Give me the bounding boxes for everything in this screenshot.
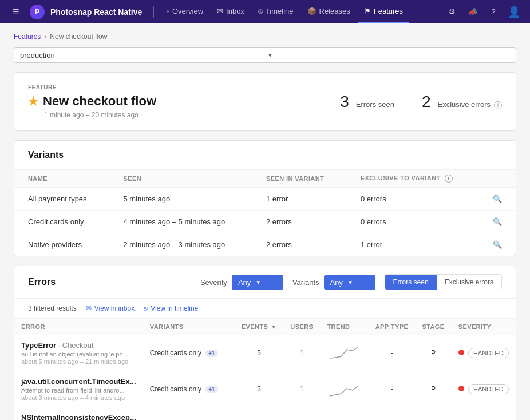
hamburger-button[interactable]: ☰ [7, 3, 25, 21]
error-name-line: NSInternalInconsistencyExcep... [21, 413, 136, 420]
error-stage: P [415, 371, 451, 407]
hamburger-icon: ☰ [13, 7, 19, 16]
error-users: 1 [283, 407, 320, 421]
variant-name: Native providers [14, 233, 109, 256]
severity-label: Severity [200, 278, 227, 287]
help-button[interactable]: ? [484, 3, 503, 21]
chevron-down-icon: ▼ [267, 52, 510, 58]
variant-search[interactable]: 🔍 [479, 188, 516, 211]
nav-item-timeline[interactable]: ⎋ Timeline [252, 0, 299, 23]
variant-row: Native providers 2 minutes ago – 3 minut… [14, 233, 516, 256]
col-severity: SEVERITY [452, 319, 516, 335]
error-variants: Native providers [143, 407, 235, 421]
variant-search[interactable]: 🔍 [479, 211, 516, 233]
timeline-link-icon: ⎋ [144, 304, 148, 312]
col-name: NAME [14, 170, 109, 188]
settings-button[interactable]: ⚙ [443, 3, 461, 21]
variants-filter-label: Variants [292, 278, 319, 287]
error-severity: HANDLED [452, 407, 516, 421]
feature-stats: 3 Errors seen 2 Exclusive errors i [340, 93, 502, 111]
error-events: 1 [235, 407, 283, 421]
nav-item-inbox[interactable]: ✉ Inbox [211, 0, 250, 23]
nav-item-releases[interactable]: 📦 Releases [302, 0, 356, 23]
errors-header: Errors Severity Any ▼ Variants Any ▼ Err… [14, 266, 516, 299]
severity-filter: Severity Any ▼ [200, 275, 283, 290]
severity-dropdown[interactable]: Any ▼ [232, 275, 283, 290]
variant-seen: 2 minutes ago – 3 minutes ago [109, 233, 252, 256]
errors-toggle-group: Errors seen Exclusive errors [385, 274, 502, 290]
timeline-icon: ⎋ [258, 7, 263, 15]
releases-icon: 📦 [307, 7, 317, 15]
star-icon: ★ [28, 94, 38, 108]
error-row: TypeError · Checkout null is not an obje… [14, 335, 516, 371]
sort-icon: ▼ [271, 324, 276, 330]
gear-icon: ⚙ [449, 7, 456, 16]
error-name-line: TypeError · Checkout [21, 341, 136, 350]
user-icon: 👤 [508, 6, 520, 18]
error-users: 1 [283, 335, 320, 371]
brand-logo: P [30, 5, 45, 19]
variants-dropdown[interactable]: Any ▼ [324, 275, 375, 290]
inbox-icon: ✉ [217, 7, 223, 15]
breadcrumb-separator: › [44, 33, 46, 41]
errors-subheader: 3 filtered results ✉ View in inbox ⎋ Vie… [14, 299, 516, 319]
trend-sparkline [327, 380, 361, 397]
app-name: Photosnap React Native [50, 7, 142, 17]
variants-filter: Variants Any ▼ [292, 275, 375, 290]
variant-exclusive: 1 error [347, 233, 479, 256]
variants-value: Any [330, 278, 343, 287]
errors-table: ERROR VARIANTS EVENTS ▼ USERS TREND APP … [14, 319, 516, 420]
error-row: NSInternalInconsistencyExcep... You have… [14, 407, 516, 421]
top-nav: ☰ P Photosnap React Native ◦ Overview ✉ … [0, 0, 530, 23]
handled-badge: HANDLED [468, 384, 509, 394]
error-stage: P [415, 407, 451, 421]
environment-dropdown[interactable]: production ▼ [14, 47, 516, 63]
error-cell: java.util.concurrent.TimeoutEx... Attemp… [14, 371, 143, 407]
feature-card: FEATURE ★ New checkout flow 1 minute ago… [14, 72, 516, 131]
exclusive-errors-label: Exclusive errors [438, 100, 491, 109]
breadcrumb-parent[interactable]: Features [14, 33, 41, 41]
errors-seen-stat: 3 Errors seen [340, 93, 394, 111]
severity-dot [458, 386, 464, 391]
col-trend: TREND [320, 319, 368, 335]
error-desc: null is not an object (evaluating 'e.ph.… [21, 351, 136, 358]
col-stage: STAGE [415, 319, 451, 335]
nav-item-features[interactable]: ⚑ Features [358, 0, 409, 23]
variants-section-header: Variants [14, 141, 516, 170]
col-seen-in-variant: SEEN IN VARIANT [252, 170, 347, 188]
overview-icon: ◦ [167, 7, 169, 15]
error-time: about 3 minutes ago – 4 minutes ago [21, 394, 136, 401]
error-time: about 5 minutes ago – 21 minutes ago [21, 358, 136, 365]
nav-item-overview[interactable]: ◦ Overview [161, 0, 209, 23]
error-name: TypeError [21, 341, 56, 350]
feature-meta: 1 minute ago – 20 minutes ago [44, 111, 340, 119]
variant-seen-in: 2 errors [252, 233, 347, 256]
user-button[interactable]: 👤 [505, 3, 523, 21]
variant-row: Credit cards only 4 minutes ago – 5 minu… [14, 211, 516, 233]
view-in-inbox-link[interactable]: ✉ View in inbox [86, 304, 135, 312]
breadcrumb-current: New checkout flow [50, 33, 107, 41]
error-row: java.util.concurrent.TimeoutEx... Attemp… [14, 371, 516, 407]
exclusive-errors-button[interactable]: Exclusive errors [437, 275, 501, 290]
breadcrumb: Features › New checkout flow [14, 33, 516, 41]
feature-name: New checkout flow [43, 94, 156, 109]
variant-search[interactable]: 🔍 [479, 233, 516, 256]
environment-value: production [20, 51, 263, 60]
handled-badge: HANDLED [468, 348, 509, 358]
error-cell: NSInternalInconsistencyExcep... You have… [14, 407, 143, 421]
errors-seen-button[interactable]: Errors seen [385, 275, 437, 290]
exclusive-errors-info-icon[interactable]: i [494, 101, 502, 109]
variants-section: Variants NAME SEEN SEEN IN VARIANT EXCLU… [14, 140, 516, 256]
variants-badge: +1 [205, 386, 217, 393]
error-users: 1 [283, 371, 320, 407]
announcements-button[interactable]: 📣 [464, 3, 482, 21]
view-in-timeline-link[interactable]: ⎋ View in timeline [144, 304, 198, 312]
col-app-type: APP TYPE [369, 319, 416, 335]
col-events[interactable]: EVENTS ▼ [235, 319, 283, 335]
variant-exclusive: 0 errors [347, 188, 479, 211]
chevron-down-icon: ▼ [347, 279, 353, 286]
filtered-results: 3 filtered results [28, 304, 77, 312]
exclusive-variant-info-icon[interactable]: i [445, 175, 453, 183]
variant-name: All payment types [14, 188, 109, 211]
exclusive-errors-count: 2 [422, 93, 431, 111]
